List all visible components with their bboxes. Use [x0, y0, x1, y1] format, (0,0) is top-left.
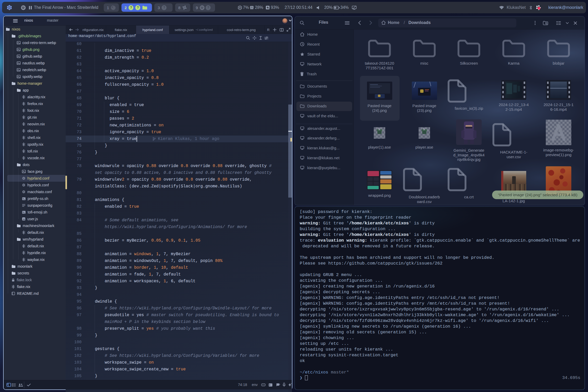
- svg-text:JS: JS: [22, 218, 25, 220]
